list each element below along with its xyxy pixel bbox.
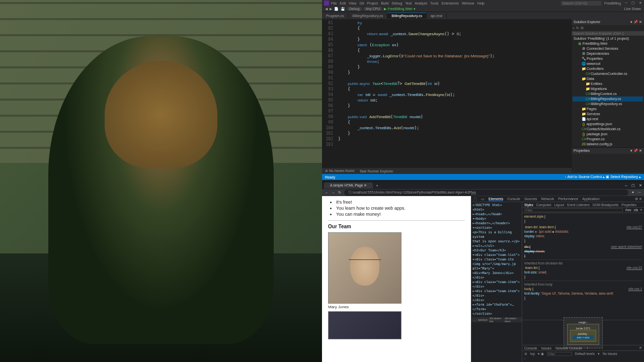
console-tab[interactable]: Network Console bbox=[555, 346, 582, 350]
vs-search-input[interactable] bbox=[561, 1, 601, 6]
browser-tab[interactable]: A simple HTML Page ✕ bbox=[324, 183, 373, 189]
browser-minimize-icon[interactable]: ─ bbox=[625, 184, 627, 188]
project-node[interactable]: ▣FreeBilling.Web bbox=[573, 41, 643, 46]
levels-dropdown[interactable]: Default levels bbox=[575, 352, 595, 355]
tree-node[interactable]: JStailwind.config.js bbox=[573, 142, 643, 147]
new-tab-icon[interactable]: + bbox=[376, 184, 378, 188]
tree-node[interactable]: 📁Data bbox=[573, 76, 643, 81]
menu-test[interactable]: Test bbox=[405, 2, 412, 5]
css-rule[interactable]: .team-list .team-item {site.css:27 borde… bbox=[524, 225, 642, 243]
collapse-icon[interactable]: ⊟ bbox=[581, 26, 584, 30]
elements-tree[interactable]: <!DOCTYPE html><html> ▸<head>…</head> ▾<… bbox=[471, 202, 522, 317]
devtools-tab-sources[interactable]: Sources bbox=[524, 197, 537, 201]
breadcrumb-item[interactable]: div.team-list bbox=[490, 317, 503, 323]
browser-close-icon[interactable]: ✕ bbox=[639, 184, 642, 188]
nav-forward-icon[interactable]: → bbox=[332, 191, 335, 195]
cls-toggle[interactable]: .cls bbox=[633, 208, 638, 212]
maximize-icon[interactable]: ▢ bbox=[631, 1, 635, 5]
panel-pin-icon[interactable]: ▾ 📌 ✕ bbox=[630, 20, 642, 24]
tree-node[interactable]: ⚙Dependencies bbox=[573, 51, 643, 56]
save-icon[interactable]: 💾 bbox=[341, 7, 345, 11]
solution-search-input[interactable] bbox=[572, 31, 644, 36]
tree-node[interactable]: 📁Entities bbox=[573, 81, 643, 86]
tree-node[interactable]: C#IBillingRepository.cs bbox=[573, 102, 643, 107]
menu-icon[interactable]: ⋯ bbox=[637, 191, 641, 195]
back-icon[interactable]: ◀ bbox=[325, 7, 328, 11]
menu-window[interactable]: Window bbox=[462, 2, 474, 5]
tree-node[interactable]: 🌐wwwroot bbox=[573, 61, 643, 66]
css-rule[interactable]: div {user agent stylesheet display: bloc… bbox=[524, 244, 642, 258]
css-rule[interactable]: .team-list {site.css:23 font-size: small… bbox=[524, 265, 642, 279]
nav-back-icon[interactable]: ← bbox=[325, 191, 329, 195]
console-filter-input[interactable] bbox=[547, 352, 572, 356]
menu-analyze[interactable]: Analyze bbox=[415, 2, 427, 5]
console-tab[interactable]: Issues bbox=[541, 346, 551, 350]
browser-maximize-icon[interactable]: ▢ bbox=[631, 184, 635, 188]
editor-tab[interactable]: BillingRepository.cs bbox=[387, 13, 427, 19]
devtools-tab-console[interactable]: Console bbox=[507, 197, 520, 201]
breadcrumb-item[interactable]: section bbox=[478, 318, 488, 321]
tree-node[interactable]: 📄api.rest bbox=[573, 117, 643, 122]
menu-debug[interactable]: Debug bbox=[392, 2, 403, 5]
styles-filter-input[interactable] bbox=[524, 208, 623, 212]
context-dropdown[interactable]: top bbox=[530, 352, 535, 355]
menu-edit[interactable]: Edit bbox=[340, 2, 346, 5]
issues-badge[interactable]: No Issues bbox=[603, 352, 617, 355]
console-clear-icon[interactable]: ⊘ bbox=[524, 352, 527, 356]
tree-node[interactable]: C#BillingRepository.cs bbox=[573, 97, 643, 102]
code-editor[interactable]: try { return await _context.SaveChangesA… bbox=[336, 19, 571, 168]
devtools-tab-elements[interactable]: Elements bbox=[489, 197, 503, 201]
menu-help[interactable]: Help bbox=[477, 2, 485, 5]
tree-node[interactable]: 📁Controllers bbox=[573, 66, 643, 71]
solution-root[interactable]: Solution 'FreeBilling' (1 of 1 project) bbox=[573, 36, 643, 41]
select-repository[interactable]: ▣ Select Repository ▴ bbox=[606, 175, 641, 178]
tree-node[interactable]: C#BillingContext.cs bbox=[573, 92, 643, 97]
editor-tab[interactable]: BillingRepository.cs bbox=[349, 13, 388, 19]
task-runner-tab[interactable]: Task Runner Explorer bbox=[359, 169, 393, 173]
styles-tab[interactable]: Styles bbox=[524, 203, 533, 207]
tree-node[interactable]: C#CustomersController.cs bbox=[573, 71, 643, 76]
home-icon[interactable]: ⌂ bbox=[573, 26, 575, 30]
css-rule[interactable]: element.style {} bbox=[524, 214, 642, 223]
device-icon[interactable]: ▭ bbox=[481, 197, 485, 201]
live-share-button[interactable]: Live Share bbox=[624, 7, 641, 11]
styles-tab[interactable]: Properties bbox=[621, 203, 636, 207]
devtools-settings-icon[interactable]: ⚙ ✕ bbox=[635, 197, 642, 201]
styles-tab[interactable]: Layout bbox=[554, 203, 565, 207]
close-icon[interactable]: ✕ bbox=[639, 1, 642, 5]
menu-tools[interactable]: Tools bbox=[430, 2, 438, 5]
new-icon[interactable]: 📄 bbox=[334, 7, 339, 11]
breadcrumb-item[interactable]: div.team-item bbox=[505, 317, 520, 323]
console-prompt[interactable]: › bbox=[522, 356, 644, 361]
menu-file[interactable]: File bbox=[331, 2, 337, 5]
run-button[interactable]: ▶ FreeBilling.Web ▾ bbox=[384, 7, 415, 11]
nav-refresh-icon[interactable]: ↻ bbox=[338, 191, 341, 195]
tree-node[interactable]: {}appsettings.json bbox=[573, 122, 643, 127]
tree-node[interactable]: 📁Services bbox=[573, 112, 643, 117]
menu-project[interactable]: Project bbox=[367, 2, 378, 5]
css-rules[interactable]: element.style {}.team-list .team-item {s… bbox=[522, 213, 644, 320]
address-bar[interactable]: ⓘ localhost:5551/index.html?msq=120store… bbox=[344, 190, 628, 196]
hov-toggle[interactable]: :hov bbox=[625, 208, 631, 212]
inspect-icon[interactable]: ⬚ bbox=[473, 197, 477, 201]
menu-build[interactable]: Build bbox=[381, 2, 389, 5]
devtools-tab-application[interactable]: Application bbox=[582, 197, 599, 201]
minimize-icon[interactable]: ─ bbox=[625, 1, 627, 5]
close-drawer-icon[interactable]: ✕ bbox=[639, 346, 642, 350]
new-rule-icon[interactable]: + bbox=[640, 208, 642, 212]
refresh-icon[interactable]: ↻ bbox=[576, 26, 579, 30]
devtools-tab-network[interactable]: Network bbox=[541, 197, 554, 201]
tree-node[interactable]: C#ContactViewModel.cs bbox=[573, 127, 643, 132]
editor-tab[interactable]: Program.cs bbox=[322, 13, 349, 19]
tree-node[interactable]: 📁Migrations bbox=[573, 86, 643, 92]
tree-node[interactable]: {}package.json bbox=[573, 132, 643, 137]
breadcrumb-item[interactable]: ... bbox=[473, 318, 476, 321]
styles-tab[interactable]: Computed bbox=[536, 203, 551, 207]
add-tab-icon[interactable]: + bbox=[586, 346, 588, 350]
forward-icon[interactable]: ▶ bbox=[330, 7, 332, 11]
error-list-tab[interactable]: ⊘ No issues found bbox=[325, 169, 354, 173]
tree-node[interactable]: C#Program.cs bbox=[573, 137, 643, 142]
css-rule[interactable]: body {site.css:1 font-family: 'Segoe UI'… bbox=[524, 287, 642, 300]
tree-node[interactable]: 🔧Properties bbox=[573, 56, 643, 61]
styles-tab[interactable]: Event Listeners bbox=[567, 203, 590, 207]
